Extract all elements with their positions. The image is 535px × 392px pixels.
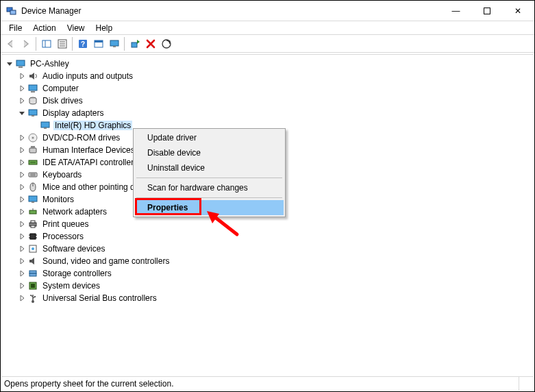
tree-label: Intel(R) HD Graphics [53, 121, 132, 130]
tree-row[interactable]: Software devices [1, 243, 534, 255]
svg-point-27 [32, 137, 34, 139]
toolbar: ? [1, 35, 534, 53]
expand-icon[interactable] [16, 182, 27, 193]
expand-icon[interactable] [16, 157, 27, 168]
display-icon [40, 120, 51, 131]
tree-label: Monitors [41, 195, 75, 204]
mouse-icon [27, 182, 38, 193]
tree-row[interactable]: System devices [1, 280, 534, 292]
monitor-icon [27, 194, 38, 205]
svg-rect-36 [29, 196, 37, 201]
svg-point-49 [32, 247, 34, 250]
tree-label: Display adapters [41, 108, 105, 118]
expand-icon[interactable] [16, 219, 27, 230]
ctx-item-label: Uninstall device [147, 163, 205, 173]
update-driver-button[interactable] [127, 36, 142, 51]
tree-row[interactable]: Processors [1, 230, 534, 243]
software-icon [27, 243, 38, 254]
tree-row[interactable]: Storage controllers [1, 267, 534, 280]
tree-row[interactable]: Universal Serial Bus controllers [1, 292, 534, 304]
expand-icon[interactable] [16, 206, 27, 217]
tree-label: Disk drives [41, 96, 84, 106]
collapse-icon[interactable] [16, 108, 27, 119]
ctx-properties[interactable]: Properties [135, 200, 284, 215]
properties-button[interactable] [54, 36, 70, 51]
close-button[interactable]: ✕ [502, 1, 533, 21]
expand-icon[interactable] [16, 293, 27, 304]
ctx-update-driver[interactable]: Update driver [135, 130, 284, 145]
expand-icon[interactable] [16, 71, 27, 82]
expand-icon[interactable] [16, 280, 27, 291]
computer-icon [15, 58, 26, 69]
tree-row[interactable]: Computer [1, 82, 534, 95]
svg-rect-18 [18, 66, 23, 68]
menu-view[interactable]: View [62, 23, 90, 34]
statusbar-separator [519, 377, 519, 391]
minimize-button[interactable]: — [440, 1, 471, 21]
tree-label: IDE ATA/ATAPI controllers [41, 158, 139, 167]
maximize-button[interactable] [471, 1, 502, 21]
svg-rect-32 [29, 173, 37, 177]
svg-rect-17 [16, 60, 25, 66]
tree-label: Network adapters [41, 207, 108, 217]
tree-label: Storage controllers [41, 269, 113, 278]
svg-text:?: ? [80, 40, 84, 48]
keyboard-icon [27, 169, 38, 180]
back-button[interactable] [2, 36, 18, 51]
menu-action[interactable]: Action [27, 23, 61, 34]
expand-icon[interactable] [16, 243, 27, 254]
tree-label: PC-Ashley [29, 59, 71, 69]
svg-rect-28 [29, 148, 36, 153]
collapse-icon[interactable] [4, 58, 15, 69]
scan-hardware-button[interactable] [158, 36, 174, 51]
expand-icon[interactable] [16, 231, 27, 242]
show-hide-tree-button[interactable] [38, 36, 54, 51]
svg-rect-37 [32, 201, 34, 203]
forward-button[interactable] [18, 36, 34, 51]
tree-label: Computer [41, 84, 80, 93]
tree-row[interactable]: Display adapters [1, 107, 534, 119]
menu-help[interactable]: Help [90, 23, 119, 34]
ctx-disable-device[interactable]: Disable device [135, 145, 284, 160]
tree-label: Software devices [41, 244, 106, 254]
ide-icon [27, 157, 38, 168]
usb-icon [27, 293, 38, 304]
show-details-button[interactable] [106, 36, 122, 51]
tree-row[interactable]: Print queues [1, 218, 534, 230]
app-icon [6, 5, 17, 16]
printer-icon [27, 219, 38, 230]
svg-rect-22 [29, 110, 37, 115]
expand-icon[interactable] [16, 132, 27, 143]
tree-row[interactable]: Sound, video and game controllers [1, 255, 534, 267]
svg-rect-12 [95, 40, 103, 42]
tree-label: Human Interface Devices [41, 145, 136, 155]
tree-label: Audio inputs and outputs [41, 71, 134, 81]
tree-label: Print queues [41, 219, 90, 229]
expand-icon[interactable] [16, 145, 27, 156]
ctx-item-label: Disable device [147, 148, 201, 158]
tree-row[interactable]: PC-Ashley [1, 58, 534, 70]
statusbar-text: Opens property sheet for the current sel… [4, 379, 173, 389]
svg-rect-25 [44, 127, 47, 129]
expand-icon[interactable] [16, 95, 27, 106]
expand-icon[interactable] [16, 194, 27, 205]
svg-rect-23 [32, 115, 34, 117]
help-button[interactable]: ? [75, 36, 90, 51]
expand-icon[interactable] [16, 268, 27, 279]
svg-rect-2 [484, 8, 490, 14]
expand-icon[interactable] [16, 256, 27, 267]
toolbar-separator [72, 37, 73, 51]
toggle-button[interactable] [90, 36, 106, 51]
tree-label: Sound, video and game controllers [41, 256, 171, 266]
expand-icon[interactable] [16, 83, 27, 94]
uninstall-button[interactable] [142, 36, 158, 51]
network-icon [27, 206, 38, 217]
tree-row[interactable]: Audio inputs and outputs [1, 70, 534, 82]
ctx-uninstall-device[interactable]: Uninstall device [135, 160, 284, 175]
ctx-scan-hardware[interactable]: Scan for hardware changes [135, 180, 284, 195]
expand-icon[interactable] [16, 169, 27, 180]
tree-label: Universal Serial Bus controllers [41, 293, 158, 303]
tree-row[interactable]: Disk drives [1, 95, 534, 107]
svg-rect-20 [31, 91, 35, 93]
menu-file[interactable]: File [3, 23, 27, 34]
